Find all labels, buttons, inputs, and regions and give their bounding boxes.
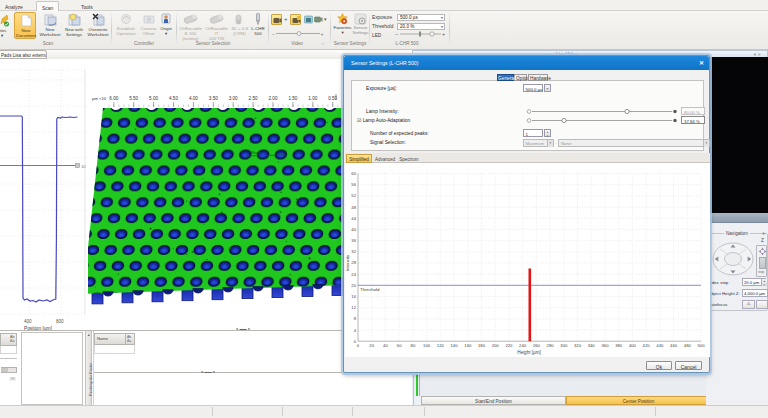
svg-text:120: 120 [437,343,445,348]
svg-text:1.00: 1.00 [308,96,317,101]
svg-text:3.00: 3.00 [229,96,238,101]
svg-text:240: 240 [519,343,527,348]
svg-text:−: − [272,31,275,37]
svg-text:16: 16 [351,294,356,299]
svg-text:28: 28 [351,260,356,265]
svg-text:Intensity: Intensity [345,254,350,271]
svg-text:6.00: 6.00 [109,96,118,101]
svg-text:2.50: 2.50 [249,96,258,101]
svg-text:Rectangular Raster: Rectangular Raster [88,362,93,396]
svg-text:32: 32 [351,249,356,254]
svg-text:48: 48 [351,205,356,210]
svg-text:+: + [321,31,324,37]
svg-text:52: 52 [351,193,356,198]
svg-text:220: 220 [505,343,513,348]
svg-text:Threshold: Threshold [360,287,380,292]
svg-text:Messb.: Messb. [251,151,262,155]
svg-text:20: 20 [351,283,356,288]
svg-text:56: 56 [351,182,356,187]
svg-text:340: 340 [588,343,596,348]
svg-text:400: 400 [629,343,637,348]
svg-text:−: − [395,31,398,37]
svg-text:380: 380 [615,343,623,348]
svg-text:260: 260 [533,343,541,348]
svg-text:140: 140 [451,343,459,348]
svg-text:420: 420 [643,343,651,348]
svg-text:2.00: 2.00 [269,96,278,101]
svg-text:60: 60 [397,343,402,348]
svg-text:400: 400 [24,319,32,324]
svg-text:Height [µm]: Height [µm] [517,350,541,355]
svg-text:480: 480 [684,343,692,348]
svg-text:40: 40 [383,343,388,348]
svg-text:800: 800 [56,319,64,324]
svg-text:300: 300 [560,343,568,348]
svg-text:12: 12 [351,305,356,310]
svg-text:320: 320 [574,343,582,348]
svg-text:4.50: 4.50 [169,96,178,101]
svg-text:µm ×10: µm ×10 [92,96,107,101]
svg-text:440: 440 [656,343,664,348]
svg-text:20: 20 [369,343,374,348]
svg-text:180: 180 [478,343,486,348]
svg-text:3.50: 3.50 [209,96,218,101]
svg-text:160: 160 [464,343,472,348]
svg-text:36: 36 [351,238,356,243]
svg-text:+: + [442,31,445,37]
svg-text:1.50: 1.50 [288,96,297,101]
svg-text:360: 360 [602,343,610,348]
svg-text:60: 60 [351,171,356,176]
svg-text:44: 44 [351,216,356,221]
svg-text:500: 500 [698,343,706,348]
svg-text:4.00: 4.00 [189,96,198,101]
svg-text:5.50: 5.50 [129,96,138,101]
svg-text:24: 24 [351,272,356,277]
svg-text:460: 460 [670,343,678,348]
svg-text:200: 200 [492,343,500,348]
svg-text:10: 10 [81,164,86,169]
svg-text:40: 40 [351,227,356,232]
svg-text:80: 80 [411,343,416,348]
svg-text:280: 280 [547,343,555,348]
svg-text:5.00: 5.00 [149,96,158,101]
svg-text:100: 100 [423,343,431,348]
